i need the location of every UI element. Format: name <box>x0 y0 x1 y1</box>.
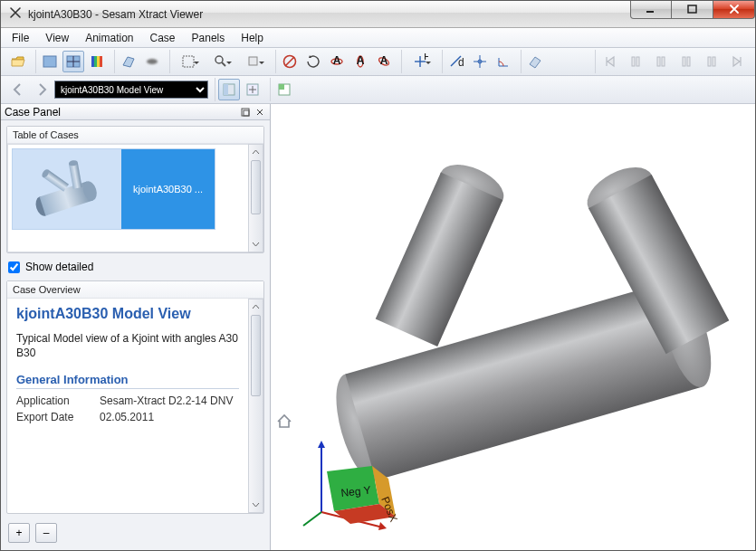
step-back-button[interactable] <box>624 51 647 72</box>
remove-case-button[interactable]: – <box>35 523 57 543</box>
table-row: Export Date 02.05.2011 <box>16 409 239 425</box>
svg-rect-35 <box>683 57 685 66</box>
svg-rect-37 <box>708 57 711 66</box>
undock-icon[interactable] <box>239 106 252 119</box>
selection-mode-dropdown[interactable] <box>173 51 204 72</box>
row-key: Application <box>16 394 92 407</box>
layout-preset-button[interactable] <box>273 79 295 100</box>
pause-button[interactable] <box>675 51 698 72</box>
menu-panels[interactable]: Panels <box>185 30 233 46</box>
persp-button[interactable] <box>118 51 139 72</box>
svg-text:A: A <box>357 54 365 67</box>
show-detailed-checkbox[interactable] <box>8 261 20 273</box>
nav-history-combo[interactable]: kjointA30B30 Model View <box>54 81 208 99</box>
toolbar-main: A A A P d <box>1 48 755 76</box>
orientation-triad[interactable]: Neg Y PosX <box>294 426 403 539</box>
svg-rect-7 <box>94 56 97 67</box>
add-case-button[interactable]: + <box>8 523 30 543</box>
svg-rect-40 <box>224 84 228 95</box>
view-split-button[interactable] <box>62 51 84 72</box>
case-card-label: kjointA30B30 ... <box>121 149 215 229</box>
svg-point-10 <box>147 59 158 64</box>
viewport-3d[interactable]: Neg Y PosX <box>271 104 755 550</box>
overview-title: kjointA30B30 Model View <box>16 306 239 322</box>
scroll-thumb[interactable] <box>251 160 261 214</box>
svg-rect-2 <box>43 56 56 67</box>
layout-single-button[interactable] <box>218 79 240 100</box>
svg-rect-36 <box>687 57 690 66</box>
layout-add-button[interactable] <box>242 79 263 100</box>
nav-forward-button[interactable] <box>31 79 53 100</box>
rotate-y-button[interactable]: A <box>349 51 371 72</box>
menu-file[interactable]: File <box>5 30 36 46</box>
view-shaded-button[interactable] <box>39 51 61 72</box>
titlebar: kjointA30B30 - Sesam Xtract Viewer <box>1 1 755 28</box>
close-panel-icon[interactable] <box>254 106 266 119</box>
blur-button[interactable] <box>141 51 163 72</box>
scroll-down-icon[interactable] <box>249 497 263 512</box>
scroll-down-icon[interactable] <box>249 236 263 252</box>
rotate-free-button[interactable] <box>302 51 324 72</box>
row-value: Sesam-Xtract D2.2-14 DNV <box>100 394 239 407</box>
case-panel-footer: + – <box>6 519 264 545</box>
play-button[interactable] <box>700 51 723 72</box>
menu-view[interactable]: View <box>38 30 76 46</box>
case-panel-titlebar: Case Panel <box>1 104 270 120</box>
svg-rect-1 <box>688 5 696 13</box>
menu-case[interactable]: Case <box>143 30 183 46</box>
show-detailed-row[interactable]: Show detailed <box>6 259 264 275</box>
skip-end-button[interactable] <box>725 51 749 72</box>
app-icon <box>8 5 23 23</box>
open-button[interactable] <box>7 51 29 72</box>
rotate-none-button[interactable] <box>279 51 301 72</box>
skip-start-button[interactable] <box>598 51 622 72</box>
svg-rect-33 <box>657 57 660 66</box>
menu-animation[interactable]: Animation <box>78 30 140 46</box>
scroll-up-icon[interactable] <box>249 145 263 160</box>
content-row: Case Panel Table of Cases <box>1 104 755 550</box>
measure-angle-button[interactable] <box>493 51 514 72</box>
minimize-button[interactable] <box>630 1 672 19</box>
play-back-button[interactable] <box>649 51 673 72</box>
svg-rect-53 <box>69 162 82 188</box>
svg-point-12 <box>215 56 223 63</box>
home-view-icon[interactable] <box>276 413 292 432</box>
menu-help[interactable]: Help <box>234 30 271 46</box>
close-button[interactable] <box>713 1 755 19</box>
svg-rect-38 <box>713 57 715 66</box>
svg-rect-45 <box>279 84 284 90</box>
rotate-x-button[interactable]: A <box>326 51 348 72</box>
svg-line-64 <box>303 512 321 526</box>
nav-back-button[interactable] <box>7 79 29 100</box>
maximize-button[interactable] <box>672 1 713 19</box>
cases-scrollbar[interactable] <box>248 144 263 252</box>
case-panel-title: Case Panel <box>5 106 61 119</box>
scroll-thumb[interactable] <box>251 315 261 396</box>
svg-rect-47 <box>244 110 249 116</box>
svg-rect-6 <box>91 56 94 67</box>
zoom-dropdown[interactable] <box>206 51 236 72</box>
case-panel: Case Panel Table of Cases <box>1 104 271 550</box>
clip-plane-button[interactable] <box>524 51 546 72</box>
overview-scrollbar[interactable] <box>248 299 263 513</box>
row-value: 02.05.2011 <box>100 411 239 423</box>
measure-dist-button[interactable]: d <box>445 51 467 72</box>
overview-description: Typical Model view of a Kjoint with angl… <box>16 331 239 360</box>
svg-rect-31 <box>632 57 635 66</box>
case-card[interactable]: kjointA30B30 ... <box>12 148 215 230</box>
window-title: kjointA30B30 - Sesam Xtract Viewer <box>28 8 203 21</box>
scroll-up-icon[interactable] <box>249 299 263 315</box>
svg-rect-0 <box>646 11 654 13</box>
svg-text:P: P <box>424 53 428 62</box>
svg-text:A: A <box>380 54 388 67</box>
menubar: File View Animation Case Panels Help <box>1 28 755 48</box>
contour-button[interactable] <box>86 51 108 72</box>
overview-content: kjointA30B30 Model View Typical Model vi… <box>7 299 248 513</box>
pick-primitive-dropdown[interactable] <box>238 51 269 72</box>
svg-text:A: A <box>333 54 341 67</box>
pivot-dropdown[interactable]: P <box>405 51 435 72</box>
measure-cross-button[interactable] <box>469 51 491 72</box>
window-buttons <box>630 1 755 19</box>
rotate-z-button[interactable]: A <box>373 51 395 72</box>
cases-list[interactable]: kjointA30B30 ... <box>7 144 248 252</box>
